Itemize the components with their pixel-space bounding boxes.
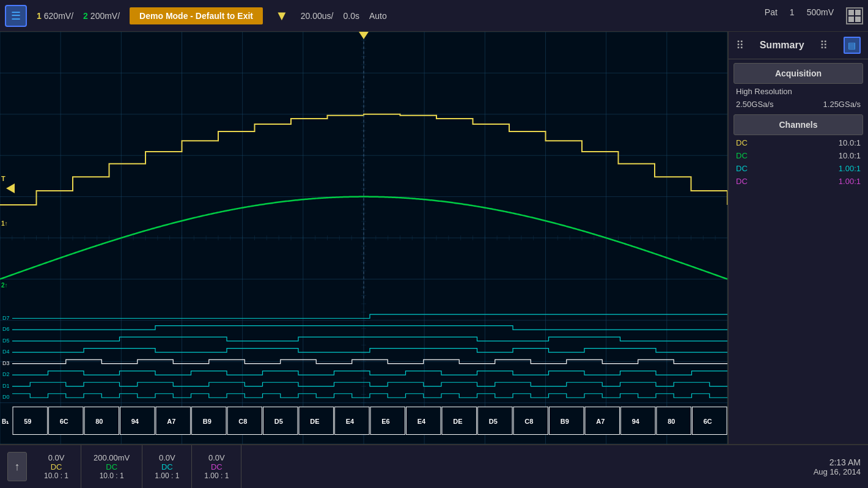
time-div: 20.00us/ [301, 11, 334, 21]
bottom-ch1-val: 0.0V [48, 453, 65, 462]
display-options-button[interactable] [846, 7, 863, 24]
bottom-ch3: 0.0V DC 1.00 : 1 [142, 445, 192, 488]
ch1-info: 1 620mV/ [37, 11, 73, 21]
panel-dots-left: ⠿ [736, 39, 744, 52]
bottom-ch1-ratio: 10.0 : 1 [44, 471, 68, 480]
bottom-time: 2:13 AM Aug 16, 2014 [814, 457, 861, 476]
channels-button[interactable]: Channels [734, 114, 863, 135]
scroll-up-button[interactable]: ↑ [7, 452, 27, 481]
bottom-ch1-label: DC [51, 462, 62, 471]
scope-canvas [0, 32, 727, 444]
ch1-number: 1 [37, 11, 42, 21]
sample-rate1: 2.50GSa/s [736, 100, 773, 109]
high-res-row: High Resolution [729, 85, 868, 98]
bottom-ch4-val: 0.0V [208, 453, 225, 462]
bottom-ch3-val: 0.0V [159, 453, 175, 462]
pat-label: Pat [765, 7, 778, 24]
panel-header: ⠿ Summary ⠿ ▤ [729, 32, 868, 59]
top-bar: ☰ 1 620mV/ 2 200mV/ Demo Mode - Default … [0, 0, 868, 32]
panel-dots-right: ⠿ [820, 39, 828, 52]
bottom-ch2-ratio: 10.0 : 1 [100, 471, 124, 480]
high-res-label: High Resolution [736, 87, 792, 96]
menu-icon: ☰ [11, 9, 21, 23]
bottom-ch1: 0.0V DC 10.0 : 1 [32, 445, 81, 488]
top-right-info: Pat 1 500mV [765, 7, 863, 24]
time-display: 2:13 AM [814, 457, 861, 467]
ch3-channel-row: DC 1.00:1 [729, 162, 868, 175]
time-offset: 0.0s [344, 11, 359, 21]
right-panel: ⠿ Summary ⠿ ▤ Acquisition High Resolutio… [727, 32, 868, 444]
trigger-mode: Auto [369, 11, 387, 21]
sample-rate2: 1.25GSa/s [823, 100, 861, 109]
ch4-ratio: 1.00:1 [839, 177, 861, 186]
ch2-number: 2 [83, 11, 88, 21]
ch1-scale: 620mV/ [44, 11, 73, 21]
ch2-ratio: 10.0:1 [839, 151, 861, 160]
pat-num: 1 [790, 7, 795, 24]
trigger-arrow: ▼ [275, 8, 289, 24]
pat-value: 500mV [807, 7, 834, 24]
ch1-channel-row: DC 10.0:1 [729, 136, 868, 149]
bottom-ch3-label: DC [161, 462, 173, 471]
ch2-scale: 200mV/ [90, 11, 120, 21]
acquisition-button[interactable]: Acquisition [734, 63, 863, 84]
bottom-ch2: 200.00mV DC 10.0 : 1 [81, 445, 142, 488]
bottom-ch3-ratio: 1.00 : 1 [155, 471, 179, 480]
ch2-info: 2 200mV/ [83, 11, 120, 21]
menu-button[interactable]: ☰ [5, 5, 27, 27]
ch1-ratio: 10.0:1 [839, 138, 861, 147]
main-area: ⠿ Summary ⠿ ▤ Acquisition High Resolutio… [0, 32, 868, 444]
ch3-ratio: 1.00:1 [839, 164, 861, 173]
ch3-dc: DC [736, 164, 748, 173]
ch4-dc: DC [736, 177, 748, 186]
bottom-ch4-ratio: 1.00 : 1 [204, 471, 229, 480]
date-display: Aug 16, 2014 [814, 467, 861, 476]
ch1-dc: DC [736, 138, 748, 147]
ch4-channel-row: DC 1.00:1 [729, 175, 868, 188]
panel-icon-button[interactable]: ▤ [844, 37, 861, 54]
demo-mode-button[interactable]: Demo Mode - Default to Exit [130, 7, 263, 24]
bottom-bar: ↑ 0.0V DC 10.0 : 1 200.00mV DC 10.0 : 1 … [0, 444, 868, 488]
bottom-ch2-val: 200.00mV [94, 453, 130, 462]
bottom-ch2-label: DC [106, 462, 117, 471]
bottom-ch4-label: DC [211, 462, 223, 471]
up-arrow-icon: ↑ [15, 460, 20, 473]
scope-display[interactable] [0, 32, 727, 444]
bottom-ch4: 0.0V DC 1.00 : 1 [192, 445, 241, 488]
ch2-channel-row: DC 10.0:1 [729, 149, 868, 162]
panel-icon: ▤ [848, 40, 856, 50]
sample-rate-row: 2.50GSa/s 1.25GSa/s [729, 98, 868, 111]
ch2-dc: DC [736, 151, 748, 160]
panel-title: Summary [760, 40, 804, 51]
